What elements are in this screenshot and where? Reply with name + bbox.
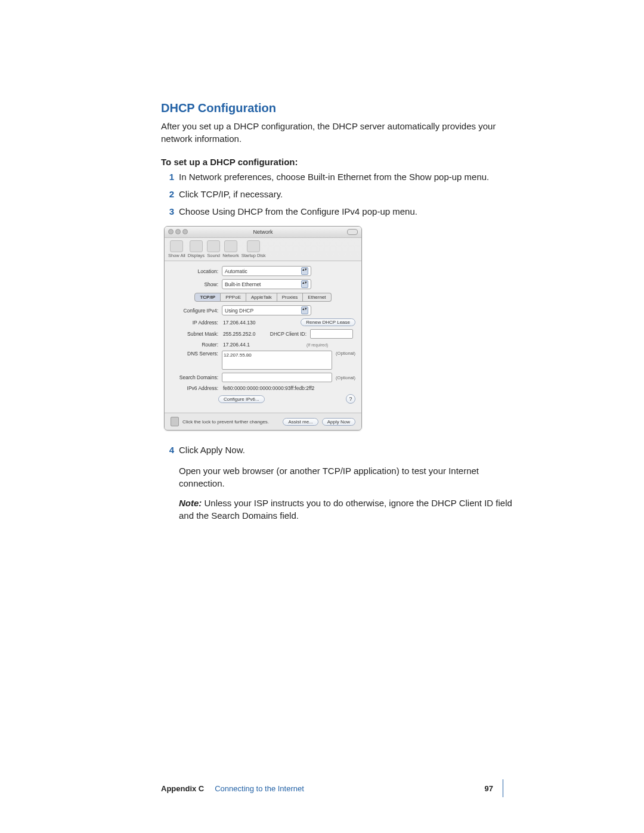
tab-bar: TCP/IP PPPoE AppleTalk Proxies Ethernet (171, 293, 355, 302)
optional-label: (Optional) (336, 375, 355, 380)
ip-address-value: 17.206.44.130 (222, 320, 255, 326)
tab-appletalk[interactable]: AppleTalk (246, 293, 277, 302)
step-number: 2 (161, 188, 174, 200)
search-domains-label: Search Domains: (171, 374, 222, 380)
step-text: Choose Using DHCP from the Configure IPv… (179, 205, 417, 218)
step-4: 4 Click Apply Now. (161, 444, 513, 456)
toolbar-item-show-all[interactable]: Show All (168, 240, 185, 258)
toolbar-label: Sound (207, 253, 220, 258)
steps-4: 4 Click Apply Now. (161, 444, 513, 456)
step-text: In Network preferences, choose Built-in … (179, 171, 489, 183)
network-preferences-window: Network Show All Displays Sound Network … (164, 226, 362, 431)
appendix-label: Appendix C (161, 784, 204, 793)
lock-icon[interactable] (171, 417, 179, 426)
note-label: Note: (179, 498, 202, 508)
window-footer: Click the lock to prevent further change… (165, 413, 361, 430)
search-domains-field[interactable] (222, 373, 332, 382)
intro-paragraph: After you set up a DHCP configuration, t… (161, 120, 513, 145)
footer-divider (503, 779, 503, 797)
step-number: 3 (161, 205, 174, 218)
page-footer: Appendix C Connecting to the Internet 97 (161, 779, 513, 797)
dns-servers-field[interactable]: 12.207.55.80 (222, 351, 332, 370)
toolbar-item-sound[interactable]: Sound (207, 240, 220, 258)
dns-servers-label: DNS Servers: (171, 351, 222, 357)
steps-1-3: 1 In Network preferences, choose Built-i… (161, 171, 513, 218)
client-id-hint: (If required) (306, 343, 328, 347)
lock-text: Click the lock to prevent further change… (182, 419, 279, 425)
toolbar-item-startup-disk[interactable]: Startup Disk (242, 240, 266, 258)
after-step4-paragraph: Open your web browser (or another TCP/IP… (179, 465, 513, 490)
location-label: Location: (171, 268, 222, 274)
location-popup[interactable]: Automatic ▴▾ (222, 266, 311, 276)
dhcp-client-id-field[interactable] (310, 329, 353, 339)
step-number: 1 (161, 171, 174, 183)
configure-ipv4-label: Configure IPv4: (171, 308, 222, 314)
network-icon (224, 240, 237, 252)
subnet-mask-label: Subnet Mask: (171, 331, 222, 337)
traffic-lights[interactable] (168, 229, 188, 234)
toolbar-item-displays[interactable]: Displays (188, 240, 205, 258)
ipv6-address-label: IPv6 Address: (171, 385, 222, 391)
show-popup[interactable]: Built-in Ethernet ▴▾ (222, 279, 311, 289)
help-button[interactable]: ? (346, 394, 355, 404)
tab-ethernet[interactable]: Ethernet (303, 293, 331, 302)
tab-proxies[interactable]: Proxies (277, 293, 304, 302)
router-label: Router: (171, 342, 222, 348)
ipv6-address-value: fe80:0000:0000:0000:0000:93ff:fedb:2ff2 (222, 385, 314, 391)
subnet-mask-value: 255.255.252.0 (222, 331, 265, 337)
toolbar-label: Displays (188, 253, 205, 258)
popup-value: Built-in Ethernet (225, 281, 261, 287)
note-body: Unless your ISP instructs you to do othe… (179, 498, 512, 521)
show-all-icon (170, 240, 183, 252)
step-text: Click TCP/IP, if necessary. (179, 188, 283, 200)
toolbar-toggle-button[interactable] (347, 229, 358, 235)
configure-ipv6-button[interactable]: Configure IPv6... (218, 395, 265, 403)
page-number: 97 (485, 784, 493, 793)
dhcp-client-id-label: DHCP Client ID: (265, 331, 310, 337)
dns-servers-value: 12.207.55.80 (224, 352, 252, 358)
router-value: 17.206.44.1 (222, 342, 265, 348)
displays-icon (190, 240, 203, 252)
subheading: To set up a DHCP configuration: (161, 157, 513, 167)
apply-now-button[interactable]: Apply Now (322, 418, 355, 426)
popup-arrows-icon: ▴▾ (301, 306, 308, 314)
step-3: 3 Choose Using DHCP from the Configure I… (161, 205, 513, 218)
toolbar-label: Show All (168, 253, 185, 258)
step-text: Click Apply Now. (179, 444, 245, 456)
window-title: Network (253, 229, 273, 235)
window-titlebar: Network (165, 227, 361, 238)
toolbar-label: Startup Disk (242, 253, 266, 258)
show-label: Show: (171, 281, 222, 287)
toolbar-label: Network (222, 253, 239, 258)
optional-label: (Optional) (336, 351, 355, 356)
renew-dhcp-lease-button[interactable]: Renew DHCP Lease (301, 318, 355, 326)
configure-ipv4-popup[interactable]: Using DHCP ▴▾ (222, 305, 311, 315)
popup-value: Automatic (225, 268, 247, 274)
ip-address-label: IP Address: (171, 320, 222, 326)
startup-disk-icon (247, 240, 260, 252)
popup-arrows-icon: ▴▾ (301, 280, 308, 288)
popup-arrows-icon: ▴▾ (301, 267, 308, 275)
toolbar-item-network[interactable]: Network (222, 240, 239, 258)
step-number: 4 (161, 444, 174, 456)
step-2: 2 Click TCP/IP, if necessary. (161, 188, 513, 200)
chapter-title: Connecting to the Internet (215, 784, 304, 793)
step-1: 1 In Network preferences, choose Built-i… (161, 171, 513, 183)
section-heading: DHCP Configuration (161, 101, 513, 115)
tab-pppoe[interactable]: PPPoE (221, 293, 246, 302)
note-paragraph: Note: Unless your ISP instructs you to d… (179, 497, 513, 522)
preferences-toolbar: Show All Displays Sound Network Startup … (165, 238, 361, 261)
sound-icon (207, 240, 220, 252)
assist-me-button[interactable]: Assist me... (283, 418, 318, 426)
tab-tcpip[interactable]: TCP/IP (194, 293, 221, 302)
popup-value: Using DHCP (225, 308, 253, 314)
